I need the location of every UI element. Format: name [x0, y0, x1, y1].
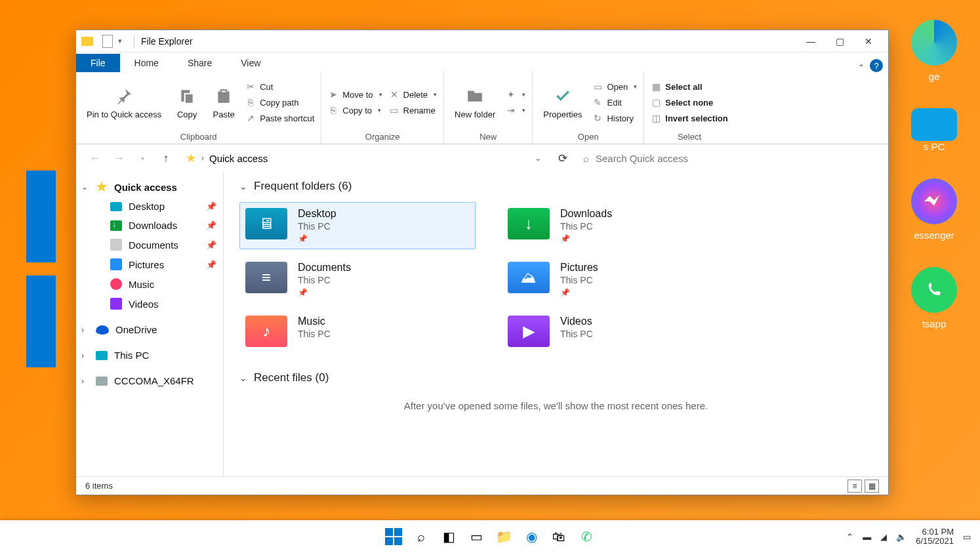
explorer-taskbar-icon[interactable]: 📁 [494, 527, 514, 546]
volume-icon[interactable]: 🔈 [896, 532, 907, 542]
cut-button[interactable]: ✂Cut [245, 80, 314, 93]
paste-shortcut-button[interactable]: ↗Paste shortcut [245, 112, 314, 125]
pc-icon [96, 351, 108, 360]
chevron-down-icon[interactable]: ⌄ [81, 182, 88, 192]
easy-access-button[interactable]: ⇥▾ [506, 104, 525, 117]
store-taskbar-icon[interactable]: 🛍 [549, 527, 569, 546]
sidebar-item-videos[interactable]: Videos [76, 294, 223, 314]
window-title: File Explorer [141, 36, 193, 47]
chevron-right-icon[interactable]: › [81, 377, 84, 386]
start-button[interactable] [384, 527, 403, 546]
desktop-icon-label: s PC [924, 141, 945, 152]
clock[interactable]: 6:01 PM 6/15/2021 [916, 527, 954, 546]
task-view-button[interactable]: ◧ [439, 527, 459, 546]
details-view-button[interactable]: ≡ [847, 480, 862, 493]
desktop-icon-messenger[interactable]: essenger [888, 178, 980, 241]
sidebar-thispc[interactable]: ›This PC [76, 346, 223, 365]
paste-button[interactable]: Paste [209, 85, 239, 120]
frequent-folders-header[interactable]: ⌄Frequent folders (6) [239, 180, 872, 193]
sidebar-item-desktop[interactable]: Desktop📌 [76, 197, 223, 216]
recent-dropdown[interactable]: ▾ [133, 148, 152, 168]
desktop-icon-thispc[interactable]: s PC [888, 108, 980, 152]
pin-icon: 📌 [560, 288, 598, 297]
ribbon-group-label: Organize [328, 130, 437, 144]
system-tray: ⌃ ▬ ◢ 🔈 6:01 PM 6/15/2021 ▭ [846, 527, 971, 546]
recent-files-header[interactable]: ⌄Recent files (0) [239, 371, 872, 384]
folder-music[interactable]: ♪ MusicThis PC [239, 310, 476, 353]
maximize-button[interactable]: ▢ [825, 31, 854, 51]
close-button[interactable]: ✕ [854, 31, 883, 51]
forward-button[interactable]: → [109, 148, 129, 168]
icons-view-button[interactable]: ▦ [865, 480, 879, 493]
chevron-right-icon: › [201, 154, 204, 163]
select-none-button[interactable]: ▢Select none [651, 96, 727, 109]
desktop-icon-edge[interactable]: ge [888, 20, 980, 82]
tab-file[interactable]: File [76, 54, 120, 72]
desktop-icon-label: essenger [914, 230, 954, 241]
chevron-down-icon: ⌄ [239, 373, 247, 383]
help-button[interactable]: ? [870, 59, 883, 72]
sidebar-item-pictures[interactable]: Pictures📌 [76, 255, 223, 274]
select-all-button[interactable]: ▦Select all [651, 80, 727, 93]
sidebar-quick-access[interactable]: ⌄Quick access [76, 177, 223, 197]
checkmark-icon [552, 85, 574, 107]
sidebar-item-documents[interactable]: Documents📌 [76, 235, 223, 255]
widgets-button[interactable]: ▭ [466, 527, 486, 546]
search-button[interactable]: ⌕ [411, 527, 431, 546]
folder-videos[interactable]: ▶ VideosThis PC [502, 310, 738, 353]
edge-taskbar-icon[interactable]: ◉ [521, 527, 541, 546]
tab-view[interactable]: View [226, 54, 275, 72]
refresh-button[interactable]: ⟳ [558, 152, 567, 165]
properties-button[interactable]: Properties [539, 85, 586, 120]
new-item-button[interactable]: ✦▾ [506, 88, 525, 101]
qa-dropdown-icon[interactable]: ▾ [118, 37, 122, 45]
copy-to-button[interactable]: ⎘Copy to▾ [328, 104, 382, 117]
drive-icon [96, 377, 108, 386]
sidebar-item-downloads[interactable]: Downloads📌 [76, 216, 223, 235]
move-to-button[interactable]: ➤Move to▾ [328, 88, 382, 101]
notifications-icon[interactable]: ▭ [963, 532, 971, 542]
folder-pictures[interactable]: ⛰ PicturesThis PC📌 [502, 256, 738, 303]
folder-documents[interactable]: ≡ DocumentsThis PC📌 [239, 256, 476, 303]
open-button[interactable]: ▭Open▾ [592, 80, 637, 93]
invert-selection-button[interactable]: ◫Invert selection [651, 112, 727, 125]
delete-button[interactable]: ✕Delete▾ [389, 88, 438, 101]
videos-folder-icon: ▶ [508, 316, 550, 347]
tab-share[interactable]: Share [173, 54, 226, 72]
chevron-right-icon[interactable]: › [81, 325, 84, 335]
folder-desktop[interactable]: 🖥 DesktopThis PC📌 [239, 202, 476, 249]
music-icon [110, 278, 122, 290]
chevron-right-icon[interactable]: › [81, 351, 84, 360]
up-button[interactable]: ↑ [156, 148, 176, 168]
sidebar-onedrive[interactable]: ›OneDrive [76, 320, 223, 339]
pin-quick-access-button[interactable]: Pin to Quick access [83, 85, 165, 120]
sidebar-item-music[interactable]: Music [76, 274, 223, 294]
tab-home[interactable]: Home [120, 54, 173, 72]
address-input[interactable]: ★ › Quick access ⌄ ⟳ [180, 148, 573, 168]
battery-icon[interactable]: ▬ [863, 532, 871, 542]
breadcrumb[interactable]: Quick access [209, 153, 268, 164]
copy-button[interactable]: Copy [172, 85, 202, 120]
rename-button[interactable]: ▭Rename [389, 104, 438, 117]
folder-downloads[interactable]: ↓ DownloadsThis PC📌 [502, 202, 738, 249]
ribbon-collapse-icon[interactable]: ⌃ [858, 63, 865, 72]
copy-path-button[interactable]: ⎘Copy path [245, 96, 314, 109]
desktop-icon-whatsapp[interactable]: tsapp [888, 267, 980, 329]
tray-expand-icon[interactable]: ⌃ [846, 532, 853, 542]
desktop-icons-right: ge s PC essenger tsapp [888, 20, 980, 356]
edit-button[interactable]: ✎Edit [592, 96, 637, 109]
search-input[interactable]: ⌕ Search Quick access [577, 148, 879, 168]
history-button[interactable]: ↻History [592, 112, 637, 125]
copy-to-icon: ⎘ [328, 105, 338, 115]
delete-icon: ✕ [389, 89, 399, 100]
sidebar-drive[interactable]: ›CCCOMA_X64FR [76, 371, 223, 390]
new-doc-icon[interactable] [102, 35, 113, 48]
back-button[interactable]: ← [85, 148, 105, 168]
wifi-icon[interactable]: ◢ [880, 532, 887, 542]
minimize-button[interactable]: — [796, 31, 825, 51]
new-folder-button[interactable]: New folder [451, 85, 499, 120]
whatsapp-icon [911, 267, 957, 313]
whatsapp-taskbar-icon[interactable]: ✆ [577, 527, 596, 546]
chevron-down-icon[interactable]: ⌄ [535, 154, 541, 163]
content-pane: ⌄Frequent folders (6) 🖥 DesktopThis PC📌 … [224, 172, 888, 476]
